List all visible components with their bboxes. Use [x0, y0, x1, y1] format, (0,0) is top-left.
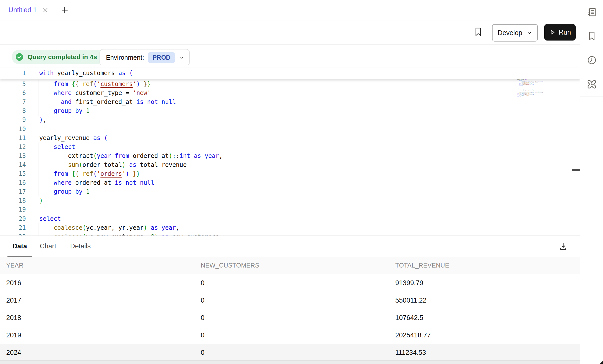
code-token [129, 170, 133, 177]
bookmark-icon [474, 27, 483, 37]
code-line[interactable]: 19 [0, 205, 580, 214]
sticky-scroll-header[interactable]: 1with yearly_customers as ( [0, 68, 580, 79]
run-button[interactable]: Run [544, 24, 576, 41]
minimap-line: order by 1 [517, 96, 552, 97]
code-line[interactable]: 15 from {{ ref('orders') }} [0, 169, 580, 179]
line-number: 9 [0, 115, 26, 124]
tab-data[interactable]: Data [12, 236, 27, 257]
line-number: 15 [0, 169, 26, 178]
code-line[interactable]: 13 extract(year from ordered_at)::int as… [0, 151, 580, 161]
column-header-total-revenue: TOTAL_REVENUE [395, 257, 449, 274]
code-text: coalesce(yc.new_customers, 0) as new_cus… [39, 232, 223, 235]
line-number: 14 [0, 160, 26, 169]
code-line[interactable]: 9), [0, 115, 580, 125]
code-token: } [133, 170, 136, 177]
code-token: group by [519, 85, 523, 86]
code-line[interactable]: 12 select [0, 142, 580, 152]
code-line[interactable]: 7 and first_ordered_at is not null [0, 97, 580, 107]
sidebar-bookmarks-button[interactable] [580, 24, 603, 48]
resize-grip[interactable] [600, 361, 603, 364]
code-token: order_total [82, 161, 122, 168]
line-number: 21 [0, 223, 26, 232]
tab-title: Untitled 1 [8, 6, 37, 14]
code-token [39, 81, 54, 88]
table-cell: 107642.5 [395, 309, 423, 326]
tab-details[interactable]: Details [70, 236, 91, 257]
indent-guide [39, 187, 39, 196]
code-token [68, 81, 72, 88]
code-text: select [39, 142, 75, 151]
environment-selector[interactable]: Environment: PROD [100, 49, 190, 66]
line-number: 11 [0, 134, 26, 142]
code-line[interactable]: 22 coalesce(yc.new_customers, 0) as new_… [0, 232, 580, 235]
code-line[interactable]: 6 where customer_type = 'new' [0, 89, 580, 98]
code-token: ) [154, 233, 158, 235]
code-text: sum(order_total) as total_revenue [39, 160, 187, 169]
tab-chart[interactable]: Chart [40, 236, 56, 257]
code-text: where ordered_at is not null [39, 178, 154, 187]
code-line[interactable]: 10 [0, 125, 580, 134]
close-icon[interactable] [42, 7, 49, 13]
indent-guide [39, 232, 39, 235]
bookmark-button[interactable] [472, 24, 484, 40]
code-line[interactable]: 14 sum(order_total) as total_revenue [0, 160, 580, 170]
code-text: group by 1 [39, 106, 90, 115]
lineage-icon [586, 79, 597, 90]
indent-guide [39, 178, 39, 187]
code-line[interactable]: 8 group by 1 [0, 106, 580, 116]
code-line[interactable]: 21 coalesce(yc.year, yr.year) as year, [0, 223, 580, 232]
code-line[interactable]: 5 from {{ ref('customers') }} [0, 80, 580, 89]
indent-guide [39, 169, 39, 179]
code-line[interactable]: 17 group by 1 [0, 187, 580, 196]
code-line[interactable]: 11yearly_revenue as ( [0, 134, 580, 143]
code-text: and first_ordered_at is not null [39, 97, 176, 106]
table-cell: 2016 [6, 274, 21, 292]
line-number: 5 [0, 80, 26, 89]
code-token: as [129, 161, 136, 168]
code-token [39, 90, 54, 96]
line-number: 16 [0, 178, 26, 187]
code-token: 1 [524, 85, 524, 86]
code-token: extract [39, 152, 93, 159]
code-editor[interactable]: 5 from {{ ref('customers') }}6 where cus… [0, 65, 580, 235]
new-tab-button[interactable] [55, 0, 74, 20]
run-label: Run [559, 29, 571, 36]
code-token: and [61, 98, 72, 105]
download-results-button[interactable] [557, 240, 570, 253]
code-token: new_customers, [169, 233, 223, 235]
code-token: ) [126, 170, 129, 177]
line-number: 20 [0, 214, 26, 223]
sidebar-history-button[interactable] [580, 48, 603, 72]
code-token: where [54, 90, 72, 96]
code-line[interactable]: 16 where ordered_at is not null [0, 178, 580, 187]
scrollbar-position-marker[interactable] [572, 169, 580, 171]
develop-button[interactable]: Develop [492, 24, 538, 42]
download-icon [558, 242, 568, 251]
line-number: 12 [0, 142, 26, 151]
code-token: ( [82, 233, 86, 235]
code-token: ( [79, 161, 82, 168]
code-token [100, 135, 104, 141]
code-token: customer_type = [72, 90, 133, 96]
code-token: ' [122, 170, 125, 177]
sidebar-lineage-button[interactable] [580, 72, 603, 96]
horizontal-scrollbar-track[interactable] [0, 360, 580, 364]
chevron-down-icon [179, 55, 184, 60]
query-status-badge: Query completed in 4s [12, 50, 104, 64]
code-token: group by [54, 107, 83, 114]
code-token: ref [82, 81, 93, 88]
code-token [126, 70, 129, 77]
code-line[interactable]: 18) [0, 196, 580, 205]
line-number: 6 [0, 89, 26, 97]
indent-guide [39, 160, 39, 170]
code-token: as [118, 70, 126, 77]
code-text: select [39, 214, 61, 223]
indent-guide [39, 151, 39, 161]
tab-untitled-1[interactable]: Untitled 1 [0, 0, 55, 20]
environment-label: Environment: [106, 54, 144, 61]
sidebar-notebook-button[interactable] [580, 0, 603, 24]
code-text: with yearly_customers as ( [39, 68, 133, 79]
code-token: is not null [136, 98, 176, 105]
code-line[interactable]: 20select [0, 214, 580, 224]
code-line[interactable]: 1with yearly_customers as ( [0, 68, 580, 79]
